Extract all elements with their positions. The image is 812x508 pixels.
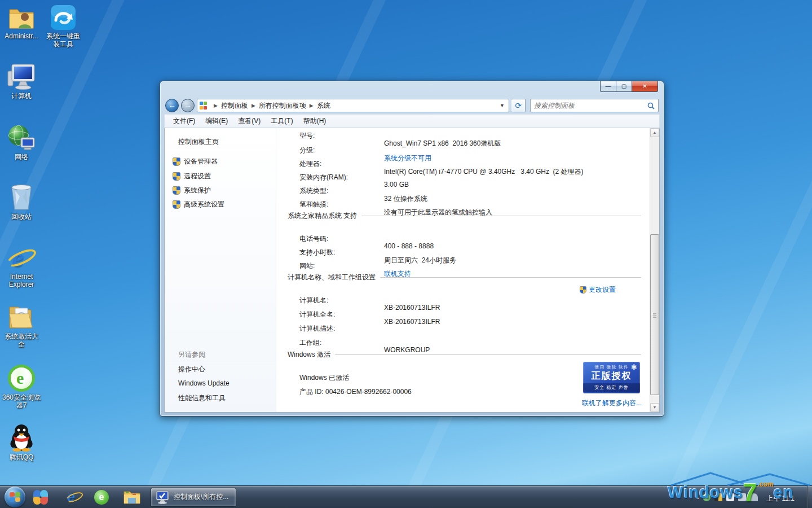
watermark-roof-icon	[665, 472, 811, 487]
refresh-button[interactable]: ⟳	[511, 99, 526, 112]
taskbar-internet-explorer-icon[interactable]: e	[63, 489, 80, 506]
chevron-right-icon: ▶	[248, 103, 259, 108]
desktop-icon-administrator[interactable]: Administr...	[2, 3, 41, 40]
sidebar-control-panel-home[interactable]: 控制面板主页	[178, 137, 219, 147]
taskbar-explorer-icon[interactable]	[123, 489, 140, 506]
search-box[interactable]	[530, 99, 659, 112]
chevron-right-icon: ▶	[210, 103, 221, 108]
desktop-icon-activation-folder[interactable]: 系统激活大全	[2, 304, 41, 348]
taskbar-active-window-button[interactable]: 控制面板\所有控...	[151, 488, 236, 507]
maximize-button[interactable]: ▢	[616, 81, 632, 92]
uac-shield-icon	[580, 286, 586, 294]
scrollbar-thumb[interactable]	[650, 234, 659, 395]
taskbar-pinned-icons: e e	[32, 489, 140, 506]
menu-edit[interactable]: 编辑(E)	[200, 115, 233, 128]
info-row-website: 网站: 联机支持	[276, 253, 650, 264]
sidebar-windows-update[interactable]: Windows Update	[178, 379, 230, 387]
back-button[interactable]: ←	[165, 99, 179, 112]
desktop-icon-network[interactable]: 网络	[2, 124, 41, 161]
system-control-panel-window: — ▢ ✕ ← → ▶ 控制面板 ▶ 所有控制面板项 ▶ 系统 ▼ ⟳	[160, 81, 664, 417]
sidebar-action-center[interactable]: 操作中心	[178, 365, 205, 374]
user-folder-icon	[2, 3, 41, 30]
uac-shield-icon	[173, 172, 180, 181]
info-row-description: 计算机描述:	[276, 316, 650, 326]
window-client-area: 控制面板主页 设备管理器 远程设置 系统保护 高级系统设置 另请参阅	[164, 128, 660, 413]
breadcrumb-all-items[interactable]: 所有控制面板项	[259, 101, 306, 111]
internet-explorer-icon: e	[1, 244, 42, 271]
open-folder-icon	[2, 304, 41, 331]
recycle-bin-icon	[2, 184, 41, 211]
tray-printer-icon[interactable]	[738, 493, 746, 501]
start-button[interactable]	[5, 487, 25, 507]
desktop-icon-recycle-bin[interactable]: 回收站	[2, 184, 41, 221]
scroll-up-arrow[interactable]: ▲	[650, 128, 659, 137]
windows-logo-icon	[10, 492, 20, 502]
uac-shield-icon	[173, 200, 180, 209]
search-input[interactable]	[534, 102, 647, 110]
desktop-icon-label: Internet Explorer	[1, 273, 42, 288]
forward-button[interactable]: →	[181, 99, 195, 112]
tray-shield-icon[interactable]	[714, 493, 722, 501]
address-bar[interactable]: ▶ 控制面板 ▶ 所有控制面板项 ▶ 系统 ▼	[197, 99, 509, 112]
desktop-icon-360-browser[interactable]: e 360安全浏览器7	[0, 365, 43, 409]
sidebar-device-manager[interactable]: 设备管理器	[173, 157, 218, 167]
sidebar: 控制面板主页 设备管理器 远程设置 系统保护 高级系统设置 另请参阅	[165, 128, 276, 412]
qq-penguin-icon	[2, 424, 41, 452]
tray-volume-icon[interactable]	[750, 493, 758, 501]
search-icon[interactable]	[647, 102, 655, 110]
navigation-bar: ← → ▶ 控制面板 ▶ 所有控制面板项 ▶ 系统 ▼ ⟳	[164, 97, 660, 114]
desktop-icon-computer[interactable]: 计算机	[2, 63, 41, 100]
desktop-icon-label: 网络	[2, 153, 41, 161]
tray-360-icon[interactable]	[703, 493, 710, 501]
info-row-full-name: 计算机全名: XB-20160713ILFR	[276, 302, 650, 312]
taskbar-clock[interactable]: 上午 11:1	[762, 494, 799, 502]
info-row-model: 型号: Ghost_Win7 SP1 x86 2016 360装机版	[276, 128, 650, 133]
tray-expand-icon[interactable]: ▴	[696, 494, 699, 500]
address-dropdown-icon[interactable]: ▼	[498, 103, 506, 108]
sidebar-system-protection[interactable]: 系统保护	[173, 186, 211, 195]
sidebar-advanced-settings[interactable]: 高级系统设置	[173, 200, 224, 209]
info-row-phone: 电话号码: 400 - 888 - 8888	[276, 226, 650, 237]
vertical-scrollbar[interactable]: ▲ ▼	[650, 128, 659, 412]
computer-icon	[2, 63, 41, 90]
system-tray: ▴ ✔ 上午 11:1	[696, 492, 807, 502]
scroll-down-arrow[interactable]: ▼	[650, 403, 659, 412]
360-browser-icon: e	[0, 365, 43, 392]
tray-safety-check-icon[interactable]: ✔	[726, 493, 734, 501]
breadcrumb-control-panel[interactable]: 控制面板	[221, 101, 248, 111]
network-icon	[2, 124, 41, 151]
desktop-icon-reinstall-tool[interactable]: 系统一键重装工具	[43, 3, 83, 48]
desktop-icon-label: 腾讯QQ	[2, 453, 41, 461]
menu-view[interactable]: 查看(V)	[233, 115, 266, 128]
caption-buttons: — ▢ ✕	[600, 81, 658, 92]
taskbar-360-manager-icon[interactable]	[32, 489, 49, 506]
desktop-icon-internet-explorer[interactable]: e Internet Explorer	[1, 244, 42, 288]
uac-shield-icon	[173, 157, 180, 166]
genuine-software-badge[interactable]: ✱ 使用 微软 软件 正版授权 安全 稳定 声誉	[583, 362, 640, 393]
menu-file[interactable]: 文件(F)	[168, 115, 200, 128]
learn-more-link[interactable]: 联机了解更多内容...	[582, 398, 642, 408]
control-panel-icon	[200, 102, 208, 110]
desktop-icon-qq[interactable]: 腾讯QQ	[2, 424, 41, 461]
system-window-icon	[155, 491, 170, 504]
change-settings-link[interactable]: 更改设置	[580, 285, 616, 295]
sidebar-remote-settings[interactable]: 远程设置	[173, 172, 211, 181]
menu-bar: 文件(F) 编辑(E) 查看(V) 工具(T) 帮助(H)	[164, 114, 660, 128]
close-button[interactable]: ✕	[632, 81, 658, 92]
sidebar-performance-tools[interactable]: 性能信息和工具	[178, 393, 226, 403]
desktop-icon-label: 回收站	[2, 213, 41, 221]
show-desktop-button[interactable]	[807, 486, 812, 508]
sidebar-see-also-header: 另请参阅	[178, 350, 205, 360]
system-info-panel: 型号: Ghost_Win7 SP1 x86 2016 360装机版 分级: 系…	[276, 128, 650, 412]
breadcrumb-system[interactable]: 系统	[317, 101, 330, 111]
menu-tools[interactable]: 工具(T)	[266, 115, 298, 128]
taskbar-360-browser-icon[interactable]: e	[93, 489, 110, 506]
uac-shield-icon	[173, 186, 180, 195]
desktop-icon-label: 计算机	[2, 92, 41, 100]
minimize-button[interactable]: —	[600, 81, 616, 92]
computer-name-section-header: 计算机名称、域和工作组设置	[288, 273, 641, 282]
info-row-pen-touch: 笔和触摸: 没有可用于此显示器的笔或触控输入	[276, 192, 650, 202]
chevron-right-icon: ▶	[306, 103, 317, 108]
menu-help[interactable]: 帮助(H)	[298, 115, 332, 128]
info-row-processor: 处理器: Intel(R) Core(TM) i7-4770 CPU @ 3.4…	[276, 151, 650, 161]
